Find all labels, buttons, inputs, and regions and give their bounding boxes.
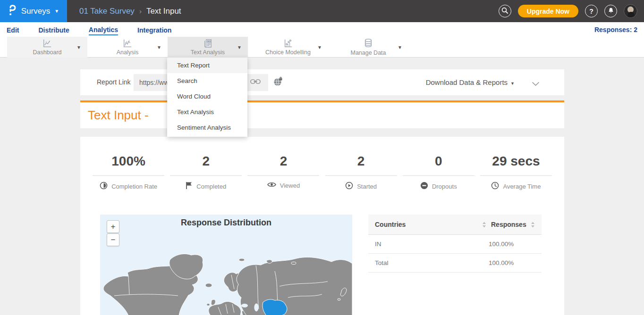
brand-menu[interactable]: Surveys ▼ [0,0,67,22]
subnav-item-analytics[interactable]: Analytics [89,24,118,35]
subnav-item-edit[interactable]: Edit [7,25,19,35]
responses-column-header: Responses [491,221,531,228]
responses-cell: 100.00% [489,259,535,266]
table-row: IN 100.00% [368,235,542,254]
stat-value: 100% [90,154,167,169]
stat-value: 2 [322,154,400,169]
stat-value: 2 [167,154,245,169]
topbar: Surveys ▼ 01 Take Survey › Text Input Up… [0,0,644,22]
stat-label: Completed [196,183,226,190]
collapse-chevron-icon[interactable] [532,80,540,88]
map-zoom-out-button[interactable]: − [107,233,119,246]
clock-icon [491,182,499,191]
stat-label: Completion Rate [111,183,157,190]
caret-down-icon: ▼ [157,45,161,50]
stats-row: 100% Completion Rate 2 Completed 2 Viewe… [80,137,564,191]
sort-countries-icon[interactable] [482,222,486,228]
stat-divider [480,175,552,176]
menu-item-search[interactable]: Search [167,73,247,89]
caret-down-icon: ▼ [76,45,81,50]
breadcrumb-survey[interactable]: 01 Take Survey [79,7,135,16]
stat-completion-rate: 100% Completion Rate [90,154,167,191]
eye-icon [267,182,276,189]
tab-label: Choice Modelling [265,49,311,56]
notifications-button[interactable] [604,5,617,17]
country-cell: IN [375,240,489,248]
text-report-icon [203,39,213,48]
responses-cell: 100.00% [489,240,535,248]
caret-down-icon: ▼ [510,81,515,86]
page-title: Text Input - [88,108,149,123]
caret-down-icon: ▼ [398,45,402,50]
stat-divider [170,175,242,176]
question-mark-icon: ? [589,8,593,15]
minus-circle-icon [420,182,428,191]
bell-icon [608,7,614,16]
stat-divider [93,175,164,176]
stat-completed: 2 Completed [167,154,245,191]
copy-link-icon[interactable] [250,78,261,87]
breadcrumb-separator: › [139,7,142,15]
countries-table: Countries Responses IN 100.00% Total 100… [368,215,542,273]
menu-item-word-cloud[interactable]: Word Cloud [167,89,247,104]
stat-label: Average Time [503,183,541,190]
breadcrumb: 01 Take Survey › Text Input [79,7,181,16]
tab-label: Manage Data [350,50,386,56]
responses-count-badge: Responses: 2 [594,26,637,33]
map-zoom-controls: + − [107,220,119,246]
world-map[interactable] [100,215,352,315]
breadcrumb-page: Text Input [146,7,181,16]
choice-modelling-icon [283,39,293,48]
stat-divider [247,175,319,176]
caret-down-icon: ▼ [237,45,242,50]
brand-label: Surveys [21,7,50,16]
menu-item-text-analysis[interactable]: Text Analysis [167,104,247,120]
countries-column-header: Countries [375,221,482,228]
globe-lock-icon[interactable] [273,77,283,89]
stat-value: 2 [245,154,322,169]
stat-started: 2 Started [322,154,400,191]
table-row-total: Total 100.00% [368,254,542,273]
questionpro-logo-icon [8,4,17,18]
analysis-chart-icon [122,39,133,48]
stat-label: Viewed [280,182,300,189]
tab-choice-modelling[interactable]: Choice Modelling ▼ [248,37,328,58]
subnav-item-distribute[interactable]: Distribute [38,25,69,35]
map-zoom-in-button[interactable]: + [107,220,119,233]
tab-label: Dashboard [33,49,61,56]
report-link-label: Report Link [97,78,131,86]
caret-down-icon: ▼ [54,8,59,14]
response-distribution-map[interactable]: Response Distribution + − [100,215,352,315]
text-analysis-dropdown-menu: Text Report Search Word Cloud Text Analy… [167,58,247,137]
tab-manage-data[interactable]: Manage Data ▼ [328,37,408,58]
stat-dropouts: 0 Dropouts [400,154,477,191]
stat-viewed: 2 Viewed [245,154,322,191]
survey-subnav: Edit Distribute Analytics Integration Re… [0,22,644,37]
help-button[interactable]: ? [585,5,598,17]
tab-text-analysis[interactable]: Text Analysis ▼ [168,37,248,58]
stat-divider [403,175,475,176]
play-circle-icon [345,182,353,191]
stat-label: Started [357,183,377,190]
stat-label: Dropouts [432,183,457,190]
tab-dashboard[interactable]: Dashboard ▼ [7,37,87,58]
tab-analysis[interactable]: Analysis ▼ [87,37,168,58]
tab-label: Text Analysis [191,49,225,56]
subnav-item-integration[interactable]: Integration [137,25,171,35]
menu-item-sentiment-analysis[interactable]: Sentiment Analysis [167,120,247,135]
download-data-reports-menu[interactable]: Download Data & Reports▼ [426,78,515,86]
search-icon [501,7,508,15]
user-avatar[interactable] [624,4,637,18]
sort-responses-icon[interactable] [531,222,535,228]
table-header-row: Countries Responses [368,215,542,235]
dashboard-chart-icon [42,39,52,48]
database-icon [363,38,373,49]
analytics-toolbar: Dashboard ▼ Analysis ▼ Text Analysis ▼ C… [0,37,644,58]
search-button[interactable] [499,5,511,17]
analytics-summary-card: 100% Completion Rate 2 Completed 2 Viewe… [80,137,564,315]
upgrade-now-button[interactable]: Upgrade Now [518,5,578,17]
app-root: Surveys ▼ 01 Take Survey › Text Input Up… [0,0,644,315]
menu-item-text-report[interactable]: Text Report [167,58,247,73]
map-country-india [263,299,287,315]
completion-rate-icon [100,182,108,191]
